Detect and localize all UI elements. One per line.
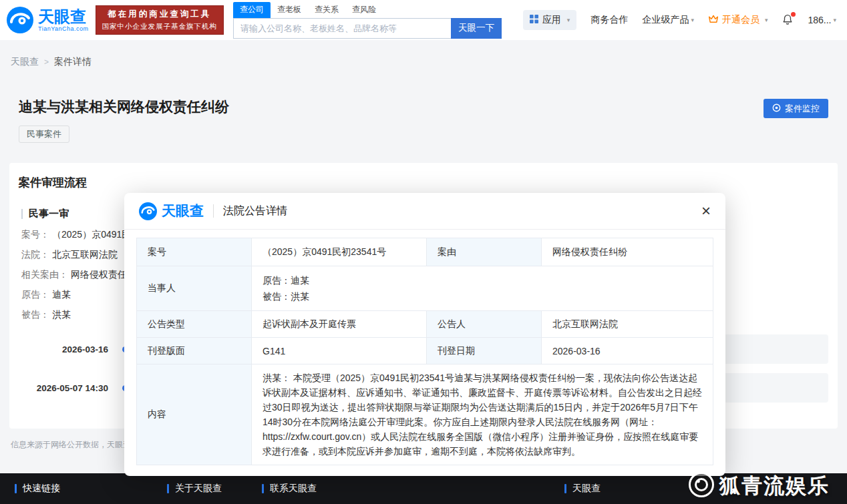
slogan-line2: 国家中小企业发展子基金旗下机构	[102, 22, 218, 31]
table-row: 当事人 原告：迪某 被告：洪某	[137, 266, 713, 311]
footer-accent-bar	[167, 484, 169, 493]
announcement-type-value: 起诉状副本及开庭传票	[252, 311, 427, 338]
cause-label: 案由	[427, 238, 542, 266]
search-tab-company[interactable]: 查公司	[233, 2, 271, 18]
search-input[interactable]	[233, 18, 451, 39]
announcement-table: 案号 （2025）京0491民初23541号 案由 网络侵权责任纠纷 当事人 原…	[136, 238, 713, 465]
case-type-tag: 民事案件	[19, 125, 69, 143]
caret-down-icon: ▾	[833, 17, 836, 23]
case-no-value: （2025）京0491民初23541号	[252, 238, 427, 266]
table-row: 公告类型 起诉状副本及开庭传票 公告人 北京互联网法院	[137, 311, 713, 338]
search-tab-relation[interactable]: 查关系	[308, 2, 345, 18]
slogan-line1: 都在用的商业查询工具	[102, 9, 218, 20]
caret-down-icon: ▾	[691, 17, 694, 23]
notifications-bell[interactable]	[782, 13, 794, 27]
caret-down-icon: ▾	[765, 17, 768, 23]
breadcrumb-home[interactable]: 天眼查	[11, 56, 39, 68]
phone-label: 186...	[808, 15, 831, 25]
table-row: 刊登版面 G141 刊登日期 2026-03-16	[137, 338, 713, 364]
table-row: 案号 （2025）京0491民初23541号 案由 网络侵权责任纠纷	[137, 238, 713, 266]
enterprise-label: 企业级产品	[642, 14, 689, 26]
caret-down-icon: ▾	[567, 17, 570, 23]
footer-accent-bar	[262, 484, 264, 493]
tianyancha-logo-icon	[139, 202, 157, 220]
nav-open-vip[interactable]: 开通会员 ▾	[708, 14, 768, 26]
breadcrumb: 天眼查 > 案件详情	[0, 40, 847, 68]
plaintiff-line: 原告：迪某	[263, 272, 702, 288]
publish-date-value: 2026-03-16	[542, 338, 713, 364]
nav-enterprise-products[interactable]: 企业级产品 ▾	[642, 14, 694, 26]
nav-phone-account[interactable]: 186... ▾	[808, 15, 836, 25]
vip-label: 开通会员	[722, 14, 759, 26]
search-tabs: 查公司 查老板 查关系 查风险	[233, 2, 502, 18]
cause-value: 网络侵权责任纠纷	[542, 238, 713, 266]
modal-title-divider	[213, 204, 214, 218]
notification-dot	[791, 12, 796, 17]
monitor-label: 案件监控	[785, 103, 820, 115]
search-row: 天眼一下	[233, 18, 502, 39]
announcement-type-label: 公告类型	[137, 311, 252, 338]
modal-header: 天眼查 法院公告详情 ×	[124, 193, 725, 230]
top-nav: 应用 ▾ 商务合作 企业级产品 ▾ 开通会员 ▾ 186...	[523, 10, 836, 30]
search-button[interactable]: 天眼一下	[451, 18, 502, 39]
modal-logo-text: 天眼查	[162, 202, 204, 220]
section-title: 案件审理流程	[19, 175, 828, 190]
apps-grid-icon	[530, 15, 538, 25]
stage-label: 民事一审	[29, 208, 69, 220]
timeline-date: 2026-05-07 14:30	[21, 383, 108, 393]
case-monitor-button[interactable]: 案件监控	[764, 99, 828, 118]
publish-page-value: G141	[252, 338, 427, 364]
search-tab-risk[interactable]: 查风险	[345, 2, 383, 18]
page-title: 迪某与洪某相关网络侵权责任纠纷	[19, 97, 828, 116]
breadcrumb-separator: >	[44, 57, 49, 67]
footer-accent-bar	[564, 484, 566, 493]
modal-title: 法院公告详情	[223, 204, 287, 218]
party-label: 当事人	[137, 266, 252, 311]
top-header: 天眼查 TianYanCha.com 都在用的商业查询工具 国家中小企业发展子基…	[0, 0, 847, 40]
announcer-label: 公告人	[427, 311, 542, 338]
footer-link-contact[interactable]: 联系天眼查	[262, 483, 317, 495]
timeline-date: 2026-03-16	[21, 344, 108, 354]
close-icon[interactable]: ×	[701, 203, 711, 219]
apps-menu-button[interactable]: 应用 ▾	[523, 10, 577, 30]
publish-page-label: 刊登版面	[137, 338, 252, 364]
party-value: 原告：迪某 被告：洪某	[252, 266, 713, 311]
search-area: 查公司 查老板 查关系 查风险 天眼一下	[233, 2, 502, 39]
tianyancha-logo[interactable]: 天眼查 TianYanCha.com	[7, 7, 89, 33]
publish-date-label: 刊登日期	[427, 338, 542, 364]
case-no-label: 案号	[137, 238, 252, 266]
table-row: 内容 洪某： 本院受理（2025）京0491民初23541号迪某与洪某网络侵权责…	[137, 364, 713, 465]
logo-subtext: TianYanCha.com	[38, 25, 89, 32]
court-announcement-modal: 天眼查 法院公告详情 × 案号 （2025）京0491民初23541号 案由 网…	[124, 193, 725, 476]
monitor-icon	[772, 103, 781, 114]
breadcrumb-current: 案件详情	[54, 56, 92, 68]
defendant-line: 被告：洪某	[263, 288, 702, 304]
page-title-section: 迪某与洪某相关网络侵权责任纠纷 民事案件 案件监控	[0, 68, 847, 143]
content-value: 洪某： 本院受理（2025）京0491民初23541号迪某与洪某网络侵权责任纠纷…	[252, 364, 713, 465]
stage-accent-bar	[21, 209, 23, 219]
page-footer: 快速链接 关于天眼查 联系天眼查 天眼查	[0, 473, 847, 504]
footer-link-quick[interactable]: 快速链接	[15, 483, 60, 495]
search-tab-boss[interactable]: 查老板	[271, 2, 308, 18]
footer-link-about[interactable]: 关于天眼查	[167, 483, 222, 495]
slogan-badge: 都在用的商业查询工具 国家中小企业发展子基金旗下机构	[96, 5, 224, 35]
tianyancha-logo-icon	[7, 7, 33, 33]
crown-icon	[708, 15, 719, 25]
footer-link-tianyancha[interactable]: 天眼查	[564, 483, 601, 495]
content-label: 内容	[137, 364, 252, 465]
apps-label: 应用	[542, 14, 561, 26]
footer-accent-bar	[15, 484, 17, 493]
nav-business-cooperation[interactable]: 商务合作	[590, 14, 628, 26]
announcer-value: 北京互联网法院	[542, 311, 713, 338]
logo-text: 天眼查	[38, 8, 89, 25]
